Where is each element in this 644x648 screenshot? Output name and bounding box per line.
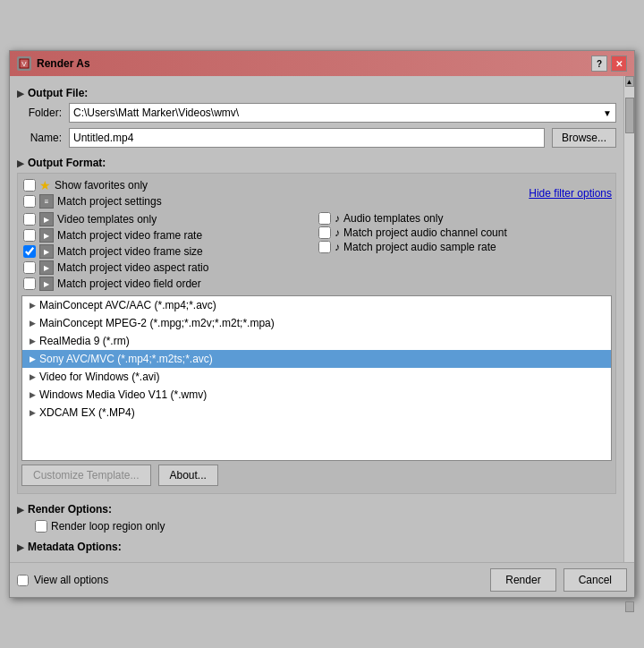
format-tri-6: ▶ — [30, 408, 36, 417]
folder-row: Folder: C:\Users\Matt Marker\Videos\wmv\… — [17, 103, 616, 123]
cb-audio-sample[interactable] — [318, 241, 331, 253]
aspect-ratio-icon: ▶ — [39, 260, 54, 275]
output-file-label: Output File: — [28, 87, 88, 99]
render-options-header: ▶ Render Options: — [17, 503, 616, 516]
format-item-5[interactable]: ▶ Windows Media Video V11 (*.wmv) — [22, 386, 611, 404]
audio-channel-label: Match project audio channel count — [343, 226, 507, 239]
format-item-6[interactable]: ▶ XDCAM EX (*.MP4) — [22, 404, 611, 422]
frame-rate-label: Match project video frame rate — [57, 229, 202, 242]
format-tri-3: ▶ — [30, 354, 36, 363]
output-format-section: ★ Show favorites only ≡ Match project se… — [17, 173, 616, 494]
checkbox-loop-region: Render loop region only — [35, 519, 616, 533]
render-button[interactable]: Render — [490, 568, 555, 592]
bottom-left: View all options — [17, 574, 108, 586]
cb-audio-channel[interactable] — [318, 226, 331, 239]
cancel-button[interactable]: Cancel — [564, 568, 627, 592]
browse-button[interactable]: Browse... — [552, 128, 616, 148]
format-item-1[interactable]: ▶ MainConcept MPEG-2 (*.mpg;*.m2v;*.m2t;… — [22, 314, 611, 332]
checkbox-audio-templates: ♪ Audio templates only — [318, 211, 612, 226]
right-col: ♪ Audio templates only ♪ Match project a… — [317, 211, 612, 292]
scrollbar[interactable]: ▲ — [623, 76, 634, 562]
checkbox-match-project: ≡ Match project settings — [23, 193, 162, 209]
template-buttons: Customize Template... About... — [21, 465, 612, 486]
cb-frame-rate[interactable] — [23, 229, 36, 242]
field-order-icon: ▶ — [39, 277, 54, 291]
app-icon: V — [17, 56, 31, 71]
scroll-down-button[interactable] — [625, 601, 634, 612]
cb-video-templates[interactable] — [23, 213, 36, 226]
checkbox-aspect-ratio: ▶ Match project video aspect ratio — [23, 260, 317, 276]
format-label-1: MainConcept MPEG-2 (*.mpg;*.m2v;*.m2t;*.… — [39, 317, 275, 329]
frame-rate-icon: ▶ — [39, 228, 54, 243]
close-button[interactable]: ✕ — [611, 55, 627, 72]
checkbox-frame-rate: ▶ Match project video frame rate — [23, 227, 317, 243]
render-options-triangle[interactable]: ▶ — [17, 505, 24, 515]
cb-field-order[interactable] — [23, 277, 36, 290]
format-label-6: XDCAM EX (*.MP4) — [39, 406, 135, 419]
audio-sample-icon: ♪ — [335, 241, 340, 253]
star-icon: ★ — [39, 178, 51, 192]
render-options-label: Render Options: — [28, 503, 112, 516]
cb-audio-templates[interactable] — [318, 212, 331, 225]
cb-frame-size[interactable] — [23, 245, 36, 258]
output-file-triangle[interactable]: ▶ — [17, 89, 24, 98]
format-tri-2: ▶ — [30, 337, 36, 345]
render-as-dialog: V Render As ? ✕ ▶ Output File: Folder: C… — [9, 50, 635, 598]
customize-template-button[interactable]: Customize Template... — [21, 465, 151, 486]
checkbox-show-favorites: ★ Show favorites only — [23, 177, 162, 193]
format-item-0[interactable]: ▶ MainConcept AVC/AAC (*.mp4;*.avc) — [22, 296, 611, 314]
video-templates-label: Video templates only — [57, 213, 157, 226]
output-file-header: ▶ Output File: — [17, 87, 616, 99]
help-button[interactable]: ? — [591, 55, 607, 72]
view-all-label: View all options — [34, 574, 108, 586]
checkbox-audio-channel: ♪ Match project audio channel count — [318, 226, 612, 240]
cb-loop-region[interactable] — [35, 520, 47, 533]
scroll-up-button[interactable]: ▲ — [625, 76, 634, 87]
format-label-5: Windows Media Video V11 (*.wmv) — [39, 388, 207, 401]
format-item-2[interactable]: ▶ RealMedia 9 (*.rm) — [22, 332, 611, 350]
bottom-bar: View all options Render Cancel — [10, 562, 634, 597]
metadata-options-header: ▶ Metadata Options: — [17, 541, 616, 553]
folder-value: C:\Users\Matt Marker\Videos\wmv\ — [73, 107, 239, 119]
checkbox-audio-sample: ♪ Match project audio sample rate — [318, 240, 612, 254]
main-inner: ▶ Output File: Folder: C:\Users\Matt Mar… — [10, 76, 623, 562]
checkbox-columns: ▶ Video templates only ▶ Match project v… — [21, 211, 612, 292]
title-bar: V Render As ? ✕ — [10, 51, 634, 76]
folder-dropdown[interactable]: C:\Users\Matt Marker\Videos\wmv\ ▼ — [69, 103, 616, 123]
video-icon: ▶ — [39, 212, 54, 226]
format-label-4: Video for Windows (*.avi) — [39, 371, 160, 383]
hide-filter-link[interactable]: Hide filter options — [529, 187, 612, 200]
checkbox-video-templates: ▶ Video templates only — [23, 211, 317, 227]
dialog-title: Render As — [37, 57, 90, 70]
name-input[interactable] — [69, 128, 545, 148]
output-format-triangle[interactable]: ▶ — [17, 158, 24, 168]
cb-show-favorites[interactable] — [23, 179, 36, 192]
format-item-4[interactable]: ▶ Video for Windows (*.avi) — [22, 368, 611, 386]
folder-label: Folder: — [17, 107, 62, 119]
scrollbar-thumb[interactable] — [625, 98, 634, 133]
name-label: Name: — [17, 132, 62, 144]
match-project-icon: ≡ — [39, 194, 54, 209]
metadata-options-triangle[interactable]: ▶ — [17, 542, 24, 552]
cb-view-all[interactable] — [17, 575, 29, 586]
loop-region-label: Render loop region only — [51, 520, 165, 533]
frame-size-icon: ▶ — [39, 244, 54, 259]
bottom-right: Render Cancel — [490, 568, 627, 592]
format-label-0: MainConcept AVC/AAC (*.mp4;*.avc) — [39, 299, 216, 311]
audio-sample-label: Match project audio sample rate — [343, 241, 496, 253]
show-favorites-label: Show favorites only — [55, 179, 148, 192]
name-row: Name: Browse... — [17, 128, 616, 148]
format-tri-0: ▶ — [30, 301, 36, 310]
format-list: ▶ MainConcept AVC/AAC (*.mp4;*.avc) ▶ Ma… — [21, 295, 612, 461]
main-content: ▶ Output File: Folder: C:\Users\Matt Mar… — [10, 76, 634, 562]
output-format-label: Output Format: — [28, 157, 106, 169]
cb-match-project[interactable] — [23, 195, 36, 208]
format-item-3[interactable]: ▶ Sony AVC/MVC (*.mp4;*.m2ts;*.avc) — [22, 350, 611, 368]
about-button[interactable]: About... — [158, 465, 218, 486]
cb-aspect-ratio[interactable] — [23, 261, 36, 274]
audio-icon: ♪ — [335, 212, 340, 225]
audio-channel-icon: ♪ — [335, 226, 340, 239]
format-tri-1: ▶ — [30, 319, 36, 328]
aspect-ratio-label: Match project video aspect ratio — [57, 261, 208, 274]
audio-templates-label: Audio templates only — [343, 212, 443, 225]
